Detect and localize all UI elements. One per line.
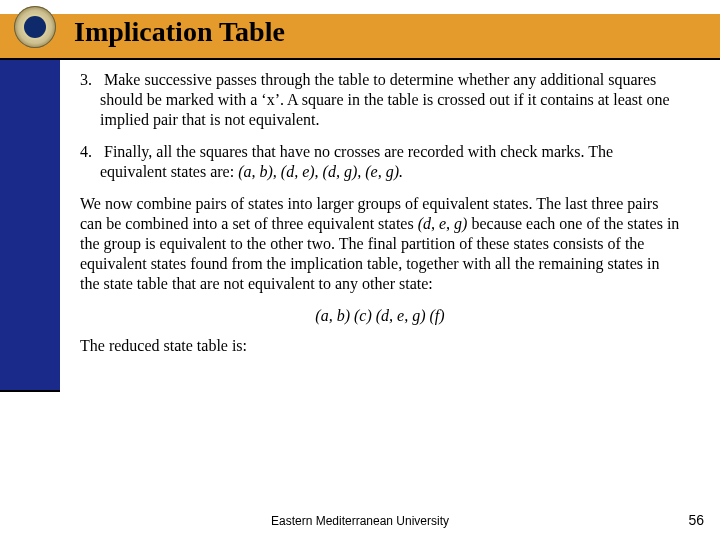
page-number: 56 [688, 512, 704, 528]
paragraph-reduced: The reduced state table is: [80, 336, 680, 356]
side-divider [0, 390, 60, 392]
slide: Implication Table 3. Make successive pas… [0, 0, 720, 540]
list-number: 4. [80, 143, 92, 160]
paragraph-combine: We now combine pairs of states into larg… [80, 194, 680, 294]
equiv-pairs: (a, b), (d, e), (d, g), (e, g). [238, 163, 403, 180]
header-rule [0, 58, 720, 60]
logo-inner-circle [24, 16, 46, 38]
university-logo [14, 6, 56, 48]
list-text: Make successive passes through the table… [100, 71, 670, 128]
partition-line: (a, b) (c) (d, e, g) (f) [80, 306, 680, 326]
slide-title: Implication Table [74, 16, 285, 48]
slide-content: 3. Make successive passes through the ta… [80, 70, 680, 368]
list-number: 3. [80, 71, 92, 88]
list-item-3: 3. Make successive passes through the ta… [80, 70, 680, 130]
footer-text: Eastern Mediterranean University [0, 514, 720, 528]
logo-outer-ring [14, 6, 56, 48]
side-panel [0, 60, 60, 390]
list-item-4: 4. Finally, all the squares that have no… [80, 142, 680, 182]
combine-set: (d, e, g) [418, 215, 468, 232]
